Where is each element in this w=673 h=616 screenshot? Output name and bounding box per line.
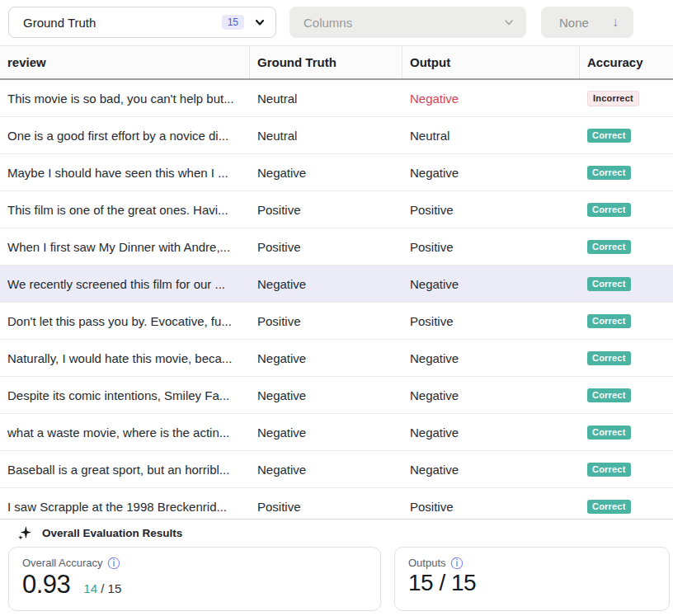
table-row[interactable]: This movie is so bad, you can't help but… [0, 80, 673, 117]
ground-truth-cell: Negative [250, 451, 402, 487]
table-row[interactable]: This film is one of the great ones. Havi… [0, 191, 673, 228]
ground-truth-cell: Positive [250, 191, 402, 228]
column-header-review[interactable]: review [0, 46, 250, 78]
accuracy-cell: Correct [580, 228, 673, 265]
outputs-value: 15 / 15 [408, 570, 476, 596]
sort-button-label: None [559, 16, 589, 30]
row-count-badge: 15 [222, 15, 244, 30]
outputs-card: Outputs ⓘ 15 / 15 [394, 547, 670, 611]
output-cell: Negative [402, 377, 580, 413]
table-row[interactable]: Don't let this pass you by. Evocative, f… [0, 303, 673, 340]
review-cell: When I first saw My Dinner with Andre,..… [0, 228, 250, 265]
total-count: 15 [108, 581, 122, 595]
ground-truth-cell: Negative [250, 154, 402, 190]
info-icon[interactable]: ⓘ [451, 557, 464, 569]
chevron-down-icon [503, 16, 515, 28]
overall-results-panel: Overall Evaluation Results Overall Accur… [0, 519, 673, 616]
table-row[interactable]: When I first saw My Dinner with Andre,..… [0, 228, 673, 266]
ground-truth-cell: Negative [250, 377, 402, 413]
columns-select[interactable]: Columns [289, 7, 526, 38]
output-cell: Negative [402, 340, 580, 376]
accuracy-cell: Correct [580, 340, 673, 376]
accuracy-cell: Correct [580, 117, 673, 153]
accuracy-cell: Correct [580, 154, 673, 190]
ground-truth-cell: Negative [250, 414, 402, 450]
outputs-label: Outputs [408, 557, 446, 569]
toolbar: Ground Truth 15 Columns None ↓ [0, 0, 673, 46]
sort-button[interactable]: None ↓ [541, 7, 633, 38]
table-row[interactable]: Despite its comic intentions, Smiley Fa.… [0, 377, 673, 414]
review-cell: One is a good first effort by a novice d… [0, 117, 250, 153]
output-cell: Positive [402, 191, 580, 228]
review-cell: what a waste movie, where is the actin..… [0, 414, 250, 450]
accuracy-badge: Correct [587, 240, 631, 254]
accuracy-badge: Incorrect [587, 91, 639, 106]
results-table: review Ground Truth Output Accuracy This… [0, 46, 673, 525]
table-body: This movie is so bad, you can't help but… [0, 80, 673, 525]
accuracy-cell: Correct [580, 377, 673, 413]
ground-truth-select-label: Ground Truth [23, 16, 96, 30]
table-row[interactable]: Maybe I should have seen this when I ...… [0, 154, 673, 191]
ground-truth-cell: Negative [250, 340, 402, 376]
column-header-output[interactable]: Output [402, 46, 580, 78]
output-cell: Negative [402, 80, 580, 116]
accuracy-badge: Correct [587, 426, 631, 440]
output-cell: Neutral [402, 117, 580, 153]
table-row[interactable]: Baseball is a great sport, but an horrib… [0, 451, 673, 488]
accuracy-badge: Correct [587, 500, 631, 514]
chevron-down-icon [254, 16, 266, 28]
column-header-accuracy[interactable]: Accuracy [580, 46, 673, 78]
accuracy-badge: Correct [587, 351, 631, 365]
ground-truth-cell: Neutral [250, 80, 402, 116]
columns-select-placeholder: Columns [304, 16, 352, 30]
accuracy-badge: Correct [587, 277, 631, 291]
review-cell: This movie is so bad, you can't help but… [0, 80, 250, 116]
ground-truth-select[interactable]: Ground Truth 15 [8, 7, 276, 38]
review-cell: This film is one of the great ones. Havi… [0, 191, 250, 228]
accuracy-cell: Correct [580, 266, 673, 302]
overall-results-title: Overall Evaluation Results [42, 527, 182, 539]
output-cell: Negative [402, 414, 580, 450]
overall-accuracy-value: 0.93 [22, 570, 70, 600]
accuracy-cell: Correct [580, 414, 673, 450]
output-cell: Negative [402, 154, 580, 190]
accuracy-badge: Correct [587, 166, 631, 180]
table-row[interactable]: Naturally, I would hate this movie, beca… [0, 340, 673, 377]
accuracy-cell: Correct [580, 191, 673, 228]
output-cell: Negative [402, 266, 580, 302]
sparkles-icon [16, 525, 32, 541]
correct-count: 14 [83, 581, 97, 595]
info-icon[interactable]: ⓘ [108, 557, 120, 569]
review-cell: Don't let this pass you by. Evocative, f… [0, 303, 250, 339]
table-row[interactable]: One is a good first effort by a novice d… [0, 117, 673, 154]
table-row[interactable]: We recently screened this film for our .… [0, 266, 673, 303]
table-row[interactable]: what a waste movie, where is the actin..… [0, 414, 673, 451]
fraction-separator: / [97, 581, 108, 595]
output-cell: Positive [402, 228, 580, 265]
evaluation-results-screen: Ground Truth 15 Columns None ↓ review Gr… [0, 0, 673, 616]
review-cell: We recently screened this film for our .… [0, 266, 250, 302]
overall-accuracy-card: Overall Accuracy ⓘ 0.93 14 / 15 [8, 547, 381, 611]
review-cell: Naturally, I would hate this movie, beca… [0, 340, 250, 376]
accuracy-badge: Correct [587, 203, 631, 217]
column-header-ground-truth[interactable]: Ground Truth [250, 46, 402, 78]
output-cell: Positive [402, 303, 580, 339]
output-cell: Negative [402, 451, 580, 487]
accuracy-cell: Correct [580, 451, 673, 487]
overall-accuracy-label: Overall Accuracy [22, 557, 103, 569]
arrow-down-icon: ↓ [612, 15, 619, 30]
ground-truth-cell: Negative [250, 266, 402, 302]
ground-truth-cell: Neutral [250, 117, 402, 153]
accuracy-badge: Correct [587, 129, 631, 143]
overall-accuracy-fraction: 14 / 15 [83, 581, 121, 595]
review-cell: Maybe I should have seen this when I ... [0, 154, 250, 190]
accuracy-badge: Correct [587, 388, 631, 402]
accuracy-cell: Incorrect [580, 80, 673, 116]
accuracy-badge: Correct [587, 463, 631, 477]
review-cell: Baseball is a great sport, but an horrib… [0, 451, 250, 487]
ground-truth-cell: Positive [250, 303, 402, 339]
review-cell: Despite its comic intentions, Smiley Fa.… [0, 377, 250, 413]
ground-truth-cell: Positive [250, 228, 402, 265]
overall-results-header: Overall Evaluation Results [16, 525, 182, 541]
accuracy-cell: Correct [580, 303, 673, 339]
